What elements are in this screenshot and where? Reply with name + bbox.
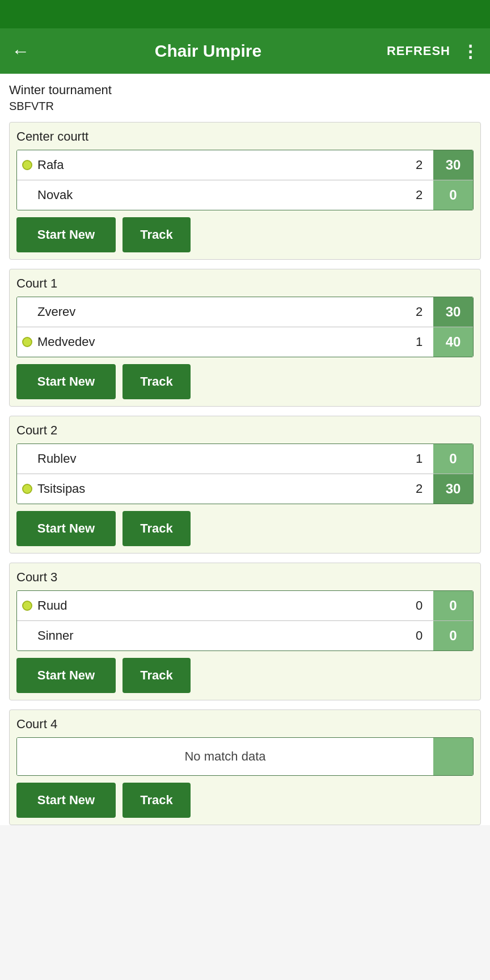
no-match-wrapper-court-4: No match data xyxy=(16,737,474,776)
player-points-court-2-0: 0 xyxy=(433,444,473,474)
match-table-court-2: Rublev10Tsitsipas230 xyxy=(16,443,474,504)
ball-cell-court-3-0 xyxy=(17,601,33,611)
back-button[interactable]: ← xyxy=(11,41,29,62)
player-points-court-2-1: 30 xyxy=(433,474,473,504)
buttons-row-court-2: Start NewTrack xyxy=(16,511,474,546)
court-name-center-court: Center courtt xyxy=(16,129,474,144)
ball-icon-court-1-1 xyxy=(22,337,32,347)
more-button[interactable]: ⋮ xyxy=(462,41,479,61)
buttons-row-court-1: Start NewTrack xyxy=(16,364,474,399)
toolbar-title: Chair Umpire xyxy=(41,41,375,61)
ball-icon-center-court-0 xyxy=(22,160,32,170)
player-row-court-3-1: Sinner00 xyxy=(17,621,473,650)
court-name-court-3: Court 3 xyxy=(16,570,474,585)
ball-cell-court-2-0 xyxy=(17,454,33,464)
player-points-court-3-0: 0 xyxy=(433,591,473,620)
player-sets-court-3-1: 0 xyxy=(405,622,433,650)
ball-placeholder-court-3-1 xyxy=(22,631,32,641)
player-name-court-2-0: Rublev xyxy=(33,445,405,473)
player-name-court-1-0: Zverev xyxy=(33,298,405,326)
player-name-court-1-1: Medvedev xyxy=(33,328,405,356)
player-row-court-1-1: Medvedev140 xyxy=(17,327,473,357)
court-name-court-2: Court 2 xyxy=(16,423,474,438)
refresh-button[interactable]: REFRESH xyxy=(387,44,450,58)
player-row-center-court-0: Rafa230 xyxy=(17,150,473,180)
player-name-court-2-1: Tsitsipas xyxy=(33,475,405,503)
player-row-center-court-1: Novak20 xyxy=(17,180,473,210)
player-sets-center-court-0: 2 xyxy=(405,151,433,179)
track-button-court-2[interactable]: Track xyxy=(122,511,191,546)
player-points-court-1-0: 30 xyxy=(433,297,473,327)
tournament-name: Winter tournament xyxy=(9,83,481,98)
court-card-court-3: Court 3Ruud00Sinner00Start NewTrack xyxy=(9,563,481,700)
track-button-court-3[interactable]: Track xyxy=(122,658,191,693)
buttons-row-center-court: Start NewTrack xyxy=(16,217,474,252)
court-card-center-court: Center courttRafa230Novak20Start NewTrac… xyxy=(9,122,481,260)
player-sets-court-1-0: 2 xyxy=(405,298,433,326)
player-row-court-3-0: Ruud00 xyxy=(17,591,473,621)
status-bar xyxy=(0,0,490,28)
ball-cell-court-3-1 xyxy=(17,631,33,641)
player-name-court-3-0: Ruud xyxy=(33,592,405,620)
no-match-content-court-4: No match data xyxy=(17,738,433,775)
ball-cell-court-1-1 xyxy=(17,337,33,347)
start-new-button-center-court[interactable]: Start New xyxy=(16,217,116,252)
player-points-center-court-1: 0 xyxy=(433,180,473,210)
player-row-court-2-0: Rublev10 xyxy=(17,444,473,474)
player-name-center-court-0: Rafa xyxy=(33,151,405,179)
player-sets-court-3-0: 0 xyxy=(405,592,433,620)
ball-cell-center-court-1 xyxy=(17,190,33,200)
page-content: Winter tournament SBFVTR Center courttRa… xyxy=(0,74,490,825)
court-card-court-2: Court 2Rublev10Tsitsipas230Start NewTrac… xyxy=(9,416,481,554)
player-row-court-2-1: Tsitsipas230 xyxy=(17,474,473,504)
court-name-court-1: Court 1 xyxy=(16,276,474,291)
start-new-button-court-1[interactable]: Start New xyxy=(16,364,116,399)
player-sets-center-court-1: 2 xyxy=(405,181,433,209)
tournament-code: SBFVTR xyxy=(9,100,481,113)
ball-placeholder-center-court-1 xyxy=(22,190,32,200)
player-name-court-3-1: Sinner xyxy=(33,622,405,650)
start-new-button-court-2[interactable]: Start New xyxy=(16,511,116,546)
track-button-court-1[interactable]: Track xyxy=(122,364,191,399)
ball-icon-court-3-0 xyxy=(22,601,32,611)
toolbar: ← Chair Umpire REFRESH ⋮ xyxy=(0,28,490,74)
buttons-row-court-4: Start NewTrack xyxy=(16,783,474,818)
court-card-court-1: Court 1Zverev230Medvedev140Start NewTrac… xyxy=(9,269,481,407)
court-card-court-4: Court 4No match dataStart NewTrack xyxy=(9,709,481,825)
start-new-button-court-3[interactable]: Start New xyxy=(16,658,116,693)
ball-placeholder-court-1-0 xyxy=(22,307,32,317)
match-table-center-court: Rafa230Novak20 xyxy=(16,150,474,210)
match-table-court-3: Ruud00Sinner00 xyxy=(16,590,474,651)
ball-icon-court-2-1 xyxy=(22,484,32,494)
player-sets-court-2-1: 2 xyxy=(405,475,433,503)
player-points-court-1-1: 40 xyxy=(433,327,473,357)
player-sets-court-2-0: 1 xyxy=(405,445,433,473)
no-match-side-court-4 xyxy=(433,738,473,775)
buttons-row-court-3: Start NewTrack xyxy=(16,658,474,693)
player-sets-court-1-1: 1 xyxy=(405,328,433,356)
match-table-court-1: Zverev230Medvedev140 xyxy=(16,297,474,357)
ball-cell-center-court-0 xyxy=(17,160,33,170)
track-button-court-4[interactable]: Track xyxy=(122,783,191,818)
start-new-button-court-4[interactable]: Start New xyxy=(16,783,116,818)
player-row-court-1-0: Zverev230 xyxy=(17,297,473,327)
ball-cell-court-2-1 xyxy=(17,484,33,494)
player-name-center-court-1: Novak xyxy=(33,181,405,209)
track-button-center-court[interactable]: Track xyxy=(122,217,191,252)
court-name-court-4: Court 4 xyxy=(16,717,474,732)
player-points-center-court-0: 30 xyxy=(433,150,473,180)
player-points-court-3-1: 0 xyxy=(433,621,473,650)
ball-cell-court-1-0 xyxy=(17,307,33,317)
ball-placeholder-court-2-0 xyxy=(22,454,32,464)
